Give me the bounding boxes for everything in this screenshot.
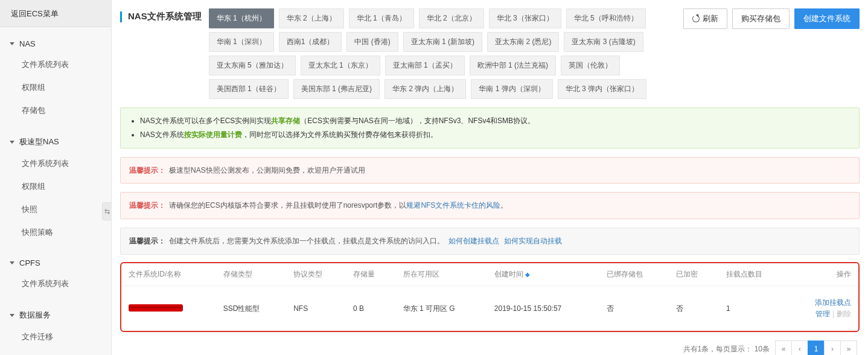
refresh-icon [692,15,700,22]
th-bound-pkg: 已绑存储包 [599,263,669,286]
pager-prev[interactable]: ‹ [791,341,808,355]
main-content: NAS文件系统管理 华东 1（杭州） 华东 2（上海） 华北 1（青岛） 华北 … [112,0,868,355]
region-option[interactable]: 华北 3 弹内（张家口） [558,79,646,99]
th-created[interactable]: 创建时间◆ [487,263,599,286]
title-accent [120,11,122,22]
region-option[interactable]: 亚太南部 1（孟买） [385,56,465,75]
th-storage-type: 存储类型 [216,263,286,286]
action-delete: 删除 [837,310,851,318]
table-row: SSD性能型 NFS 0 B 华东 1 可用区 G 2019-10-15 15:… [121,286,858,331]
cell-capacity: 0 B [346,286,395,331]
sidebar-item-storagepkg[interactable]: 存储包 [0,99,111,122]
sidebar-item-migration[interactable]: 文件迁移 [0,325,111,348]
th-id: 文件系统ID/名称 [121,263,216,286]
region-option[interactable]: 亚太东南 3 (吉隆坡) [564,32,643,52]
chevron-down-icon [10,261,14,264]
pager-summary: 共有1条，每页显示： 10条 [683,344,770,354]
link-create-mount[interactable]: 如何创建挂载点 [448,237,499,245]
region-option[interactable]: 亚太东南 2 (悉尼) [487,32,559,52]
chevron-down-icon [10,314,14,317]
region-option[interactable]: 华北 3（张家口） [489,8,561,28]
notice-warn-kernel: 温馨提示：请确保您的ECS内核版本符合要求，并且挂载时使用了noresvport… [120,192,860,219]
cell-bound-pkg: 否 [599,286,669,331]
pagination: 共有1条，每页显示： 10条 « ‹ 1 › » [120,332,860,355]
cell-protocol: NFS [286,286,346,331]
th-mount-count: 挂载点数目 [719,263,788,286]
sidebar-item-cpfs-list[interactable]: 文件系统列表 [0,272,111,295]
sort-icon: ◆ [525,271,530,278]
region-option[interactable]: 华东 2（上海） [279,8,344,28]
region-option[interactable]: 欧洲中部 1 (法兰克福) [470,56,556,75]
create-fs-button[interactable]: 创建文件系统 [794,8,860,29]
buy-storage-button[interactable]: 购买存储包 [732,8,790,29]
th-actions: 操作 [788,263,858,286]
refresh-button[interactable]: 刷新 [683,8,727,29]
region-option[interactable]: 美国东部 1 (弗吉尼亚) [293,79,380,99]
region-option[interactable]: 中国 (香港) [346,32,398,52]
sidebar-group-dataservice[interactable]: 数据服务 [0,305,111,325]
cell-actions: 添加挂载点 管理|删除 [788,286,858,331]
cell-zone: 华东 1 可用区 G [396,286,487,331]
region-option[interactable]: 华南 1 弹内（深圳） [471,79,552,99]
pager-last[interactable]: » [840,341,857,355]
cell-mount-count: 1 [719,286,788,331]
cell-created: 2019-10-15 15:50:57 [487,286,599,331]
th-zone: 所在可用区 [396,263,487,286]
redacted-id [129,304,183,312]
pager-page-1[interactable]: 1 [808,341,825,355]
region-option[interactable]: 美国西部 1（硅谷） [209,79,289,99]
chevron-down-icon [10,141,14,144]
sidebar-item-ex-fslist[interactable]: 文件系统列表 [0,152,111,175]
th-protocol: 协议类型 [286,263,346,286]
region-active[interactable]: 华东 1（杭州） [209,8,274,28]
region-option[interactable]: 华东 2 弹内（上海） [385,79,466,99]
region-selector: 华东 1（杭州） 华东 2（上海） 华北 1（青岛） 华北 2（北京） 华北 3… [209,7,676,99]
sidebar-item-snapshot[interactable]: 快照 [0,198,111,221]
sidebar-collapse-handle[interactable]: ⇆ [102,202,112,220]
region-option[interactable]: 华北 5（呼和浩特） [566,8,646,28]
region-option[interactable]: 华南 1（深圳） [209,32,274,52]
action-add-mount[interactable]: 添加挂载点 [815,298,851,307]
notice-info-mount: 温馨提示：创建文件系统后，您需要为文件系统添加一个挂载点，挂载点是文件系统的访问… [120,228,860,255]
sidebar-item-ex-permission[interactable]: 权限组 [0,175,111,198]
sidebar-group-nas[interactable]: NAS [0,34,111,53]
link-nfs-risk[interactable]: 规避NFS文件系统卡住的风险 [406,201,500,209]
region-option[interactable]: 亚太东南 5（雅加达） [209,56,296,75]
cell-id[interactable] [121,286,216,331]
region-option[interactable]: 亚太东北 1（东京） [301,56,380,75]
sidebar-group-cpfs[interactable]: CPFS [0,254,111,272]
region-option[interactable]: 西南1（成都） [279,32,342,52]
sidebar-item-snapshot-policy[interactable]: 快照策略 [0,221,111,244]
cell-storage-type: SSD性能型 [216,286,286,331]
pager-next[interactable]: › [824,341,841,355]
cell-encrypted: 否 [669,286,718,331]
chevron-down-icon [10,42,14,45]
region-option[interactable]: 英国（伦敦） [561,56,620,75]
fs-table: 文件系统ID/名称 存储类型 协议类型 存储量 所在可用区 创建时间◆ 已绑存储… [121,263,858,331]
page-title: NAS文件系统管理 [128,11,202,22]
region-option[interactable]: 华北 2（北京） [419,8,484,28]
notice-feature: NAS文件系统可以在多个ECS实例间实现共享存储（ECS实例需要与NAS在同一地… [120,107,860,149]
action-manage[interactable]: 管理 [815,310,830,318]
pager-first[interactable]: « [775,341,792,355]
back-to-ecs[interactable]: 返回ECS菜单 [0,0,111,27]
link-auto-mount[interactable]: 如何实现自动挂载 [504,237,562,245]
sidebar: 返回ECS菜单 NAS 文件系统列表 权限组 存储包 极速型NAS 文件系统列表… [0,0,112,355]
region-option[interactable]: 亚太东南 1 (新加坡) [403,32,482,52]
region-option[interactable]: 华北 1（青岛） [349,8,414,28]
sidebar-item-permission[interactable]: 权限组 [0,76,111,99]
fs-table-highlight: 文件系统ID/名称 存储类型 协议类型 存储量 所在可用区 创建时间◆ 已绑存储… [120,262,860,332]
sidebar-item-fslist[interactable]: 文件系统列表 [0,53,111,76]
th-capacity: 存储量 [346,263,395,286]
th-encrypted: 已加密 [669,263,718,286]
sidebar-group-extreme[interactable]: 极速型NAS [0,132,111,152]
notice-warn-beta: 温馨提示：极速型NAS快照公测发布，公测期间免费，欢迎用户开通试用 [120,157,860,184]
